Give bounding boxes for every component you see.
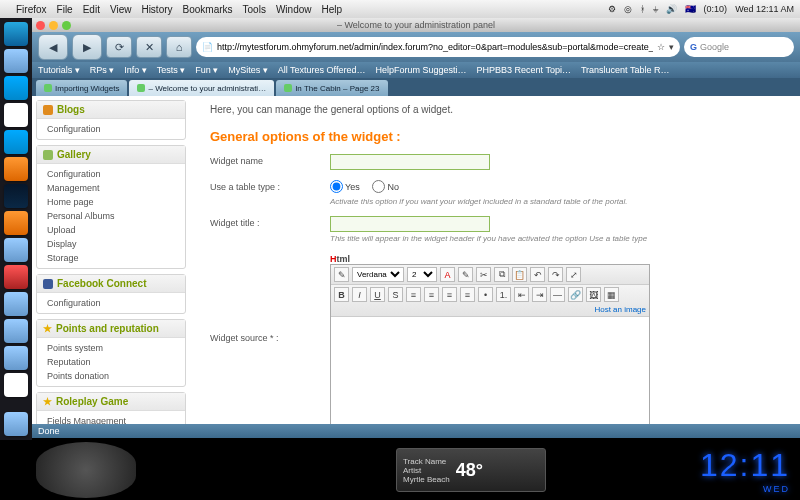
browser-tab[interactable]: Importing Widgets <box>36 80 127 96</box>
input-widget-title[interactable] <box>330 216 490 232</box>
sidebar-item[interactable]: Management <box>37 181 185 195</box>
bold-button[interactable]: B <box>334 287 349 302</box>
strike-button[interactable]: S <box>388 287 403 302</box>
url-input[interactable] <box>217 42 653 52</box>
dock-trash-icon[interactable] <box>4 412 28 436</box>
clock-menubar[interactable]: Wed 12:11 AM <box>735 4 794 14</box>
dock-app-icon[interactable] <box>4 319 28 343</box>
back-button[interactable]: ◀ <box>38 34 68 60</box>
align-justify-button[interactable]: ≡ <box>460 287 475 302</box>
forward-button[interactable]: ▶ <box>72 34 102 60</box>
sidebar-item[interactable]: Configuration <box>37 122 185 136</box>
menu-edit[interactable]: Edit <box>83 4 100 15</box>
menu-bookmarks[interactable]: Bookmarks <box>183 4 233 15</box>
sidebar-item[interactable]: Storage <box>37 251 185 265</box>
sidebar-item[interactable]: Points donation <box>37 369 185 383</box>
menu-history[interactable]: History <box>141 4 172 15</box>
minimize-button[interactable] <box>49 21 58 30</box>
sidebar-item[interactable]: Display <box>37 237 185 251</box>
sidebar-item[interactable]: Reputation <box>37 355 185 369</box>
search-bar[interactable]: G Google <box>684 37 794 57</box>
dock-photoshop-icon[interactable] <box>4 184 28 208</box>
cut-button[interactable]: ✂ <box>476 267 491 282</box>
stop-button[interactable]: ✕ <box>136 36 162 58</box>
dock-app-icon[interactable] <box>4 292 28 316</box>
sidebar-item[interactable]: Configuration <box>37 296 185 310</box>
site-identity-icon[interactable]: 📄 <box>202 42 213 52</box>
volume-icon[interactable]: 🔊 <box>666 4 677 14</box>
dropdown-icon[interactable]: ▾ <box>669 42 674 52</box>
dock-dashboard-icon[interactable] <box>4 49 28 73</box>
dock-acrobat-icon[interactable] <box>4 265 28 289</box>
sidebar-item[interactable]: Home page <box>37 195 185 209</box>
hr-button[interactable]: ― <box>550 287 565 302</box>
italic-button[interactable]: I <box>352 287 367 302</box>
menu-extra-icon[interactable]: ◎ <box>624 4 632 14</box>
close-button[interactable] <box>36 21 45 30</box>
flag-icon[interactable]: 🇦🇺 <box>685 4 696 14</box>
menu-view[interactable]: View <box>110 4 132 15</box>
image-button[interactable]: 🖼 <box>586 287 601 302</box>
bookmark-item[interactable]: MySites ▾ <box>228 65 268 75</box>
menu-window[interactable]: Window <box>276 4 312 15</box>
highlight-button[interactable]: ✎ <box>458 267 473 282</box>
dock-finder-icon[interactable] <box>4 22 28 46</box>
paste-button[interactable]: 📋 <box>512 267 527 282</box>
switch-mode-button[interactable]: ✎ <box>334 267 349 282</box>
reload-button[interactable]: ⟳ <box>106 36 132 58</box>
app-name[interactable]: Firefox <box>16 4 47 15</box>
dock-app-icon[interactable] <box>4 103 28 127</box>
bookmark-item[interactable]: Info ▾ <box>124 65 147 75</box>
dock-firefox-icon[interactable] <box>4 157 28 181</box>
size-select[interactable]: 2 <box>407 267 437 282</box>
list-ul-button[interactable]: • <box>478 287 493 302</box>
bookmark-star-icon[interactable]: ☆ <box>657 42 665 52</box>
font-color-button[interactable]: A <box>440 267 455 282</box>
dock-app-icon[interactable] <box>4 346 28 370</box>
dock-skype-icon[interactable] <box>4 130 28 154</box>
browser-tab[interactable]: – Welcome to your administrati… <box>129 80 274 96</box>
wifi-icon[interactable]: ⏚ <box>653 4 658 14</box>
align-left-button[interactable]: ≡ <box>406 287 421 302</box>
bookmark-item[interactable]: RPs ▾ <box>90 65 115 75</box>
underline-button[interactable]: U <box>370 287 385 302</box>
bookmark-item[interactable]: Translucent Table R… <box>581 65 670 75</box>
copy-button[interactable]: ⧉ <box>494 267 509 282</box>
align-center-button[interactable]: ≡ <box>424 287 439 302</box>
menu-file[interactable]: File <box>57 4 73 15</box>
url-bar[interactable]: 📄 ☆ ▾ <box>196 37 680 57</box>
dock-app-icon[interactable] <box>4 238 28 262</box>
font-select[interactable]: Verdana <box>352 267 404 282</box>
bluetooth-icon[interactable]: ᚼ <box>640 4 645 14</box>
radio-no[interactable] <box>372 180 385 193</box>
expand-button[interactable]: ⤢ <box>566 267 581 282</box>
undo-button[interactable]: ↶ <box>530 267 545 282</box>
radio-yes[interactable] <box>330 180 343 193</box>
bookmark-item[interactable]: HelpForum Suggesti… <box>375 65 466 75</box>
sidebar-item[interactable]: Upload <box>37 223 185 237</box>
weather-widget[interactable]: Track Name Artist Myrtle Beach 48° <box>396 448 546 492</box>
home-button[interactable]: ⌂ <box>166 36 192 58</box>
menu-tools[interactable]: Tools <box>243 4 266 15</box>
redo-button[interactable]: ↷ <box>548 267 563 282</box>
outdent-button[interactable]: ⇤ <box>514 287 529 302</box>
dock-itunes-icon[interactable] <box>4 76 28 100</box>
zoom-button[interactable] <box>62 21 71 30</box>
sidebar-item[interactable]: Personal Albums <box>37 209 185 223</box>
host-image-link[interactable]: Host an image <box>594 305 646 314</box>
menu-extra-icon[interactable]: ⚙ <box>608 4 616 14</box>
indent-button[interactable]: ⇥ <box>532 287 547 302</box>
input-widget-name[interactable] <box>330 154 490 170</box>
bookmark-item[interactable]: PHPBB3 Recent Topi… <box>477 65 571 75</box>
bookmark-item[interactable]: Fun ▾ <box>195 65 218 75</box>
editor-textarea[interactable] <box>331 317 649 424</box>
bookmark-item[interactable]: Tests ▾ <box>157 65 186 75</box>
sidebar-item[interactable]: Fields Management <box>37 414 185 424</box>
table-button[interactable]: ▦ <box>604 287 619 302</box>
bookmark-item[interactable]: All Textures Offered… <box>278 65 366 75</box>
dock-app-icon[interactable] <box>4 211 28 235</box>
dock-app-icon[interactable] <box>4 373 28 397</box>
sidebar-item[interactable]: Points system <box>37 341 185 355</box>
menu-help[interactable]: Help <box>322 4 343 15</box>
align-right-button[interactable]: ≡ <box>442 287 457 302</box>
